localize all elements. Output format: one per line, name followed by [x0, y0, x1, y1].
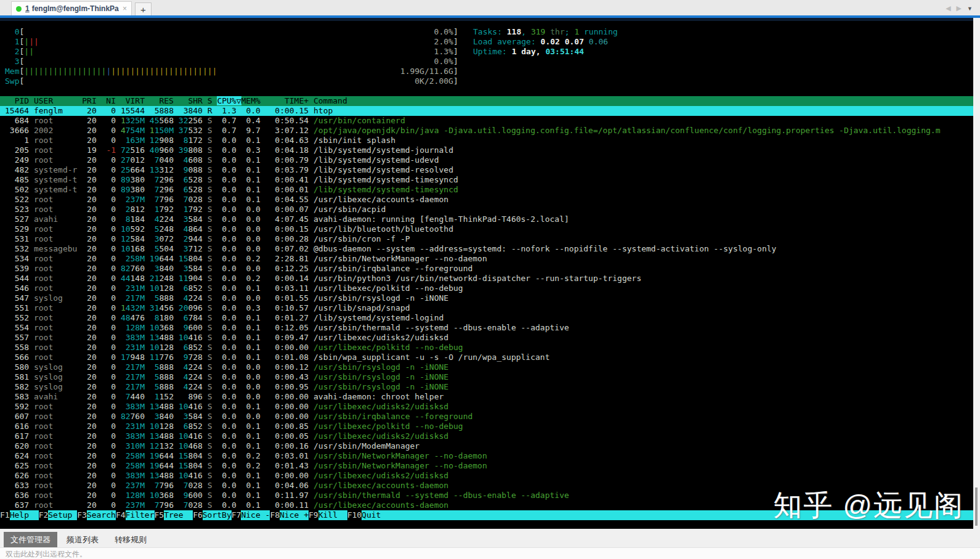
process-row[interactable]: 580 syslog 20 0 217M 5888 4224 S 0.0 0.0… [0, 362, 973, 372]
swp-meter: Swp[ 0K/2.00G] [0, 76, 973, 86]
bottom-tab-item[interactable]: 频道列表 [60, 532, 105, 547]
process-row[interactable]: 637 root 20 0 237M 7796 7028 S 0.0 0.1 0… [0, 500, 973, 510]
process-row[interactable]: 527 avahi 20 0 8184 4224 3584 S 0.0 0.0 … [0, 214, 973, 224]
fkey-f9-kill[interactable]: F9Kill [309, 510, 347, 520]
process-row[interactable]: 546 root 20 0 231M 10128 6852 S 0.0 0.1 … [0, 284, 973, 293]
fkey-f4-filter[interactable]: F4Filter [116, 510, 155, 520]
tab-list-dropdown-icon[interactable]: ▼ [967, 6, 973, 12]
status-bar[interactable]: 双击此处列出远程文件。 [0, 548, 980, 559]
function-key-bar: F1Help F2Setup F3SearchF4FilterF5Tree F6… [0, 510, 973, 520]
fkey-f7-nice-[interactable]: F7Nice - [232, 510, 270, 520]
tab-title-text: fenglm@fenglm-ThinkPad... [32, 4, 119, 13]
process-row[interactable]: 626 root 20 0 383M 13488 10416 S 0.0 0.1… [0, 471, 973, 481]
bottom-tab-item[interactable]: 转移规则 [108, 532, 153, 547]
app-window: { "window": { "tab_index": "1", "tab_tit… [0, 0, 980, 559]
fkey-f2-setup[interactable]: F2Setup [39, 510, 78, 520]
load-average: Load average: 0.02 0.07 0.06 [473, 37, 618, 47]
spacer-line [0, 86, 973, 96]
process-row[interactable]: 523 root 20 0 2812 1792 1792 S 0.0 0.0 0… [0, 205, 973, 214]
process-row[interactable]: 539 root 20 0 82760 3840 3584 S 0.0 0.0 … [0, 264, 973, 274]
process-row[interactable]: 502 systemd-t 20 0 89380 7296 6528 S 0.0… [0, 185, 973, 195]
process-row[interactable]: 547 syslog 20 0 217M 5888 4224 S 0.0 0.0… [0, 293, 973, 303]
tab-scroll-right-icon[interactable]: ▶ [957, 4, 962, 12]
process-row[interactable]: 522 root 20 0 237M 7796 7028 S 0.0 0.1 0… [0, 195, 973, 205]
process-row[interactable]: 552 root 20 0 48476 8180 6784 S 0.0 0.1 … [0, 313, 973, 323]
fkey-f10-quit[interactable]: F10Quit [347, 510, 391, 520]
process-row[interactable]: 485 systemd-t 20 0 89380 7296 6528 S 0.0… [0, 175, 973, 185]
process-row[interactable]: 554 root 20 0 128M 10368 9600 S 0.0 0.1 … [0, 323, 973, 333]
process-row[interactable]: 592 root 20 0 383M 13488 10416 S 0.0 0.1… [0, 402, 973, 412]
process-row[interactable]: 3666 2002 20 0 4754M 1150M 37532 S 0.7 9… [0, 126, 973, 136]
tab-title: 1fenglm@fenglm-ThinkPad... [25, 4, 119, 13]
sort-column-cpu[interactable]: CPU%▽ [217, 96, 241, 105]
process-row[interactable]: 616 root 20 0 231M 10128 6852 S 0.0 0.1 … [0, 422, 973, 431]
process-row[interactable]: 558 root 20 0 231M 10128 6852 S 0.0 0.1 … [0, 343, 973, 353]
terminal-screen[interactable]: Tasks: 118, 319 thr; 1 runningLoad avera… [0, 18, 973, 529]
bottom-panel: 文件管理器频道列表转移规则 双击此处列出远程文件。 [0, 529, 980, 559]
process-row[interactable]: 531 root 20 0 12584 3072 2944 S 0.0 0.0 … [0, 234, 973, 244]
process-row[interactable]: 620 root 20 0 310M 12132 10468 S 0.0 0.1… [0, 441, 973, 451]
process-row[interactable]: 534 root 20 0 258M 19644 15804 S 0.0 0.2… [0, 254, 973, 264]
cpu-meter-3: 3[ 0.0%] [0, 57, 973, 67]
process-row[interactable]: 544 root 20 0 44148 21248 11904 S 0.0 0.… [0, 274, 973, 284]
process-table-header: PID USER PRI NI VIRT RES SHR S CPU%▽MEM%… [0, 96, 973, 106]
terminal-tab[interactable]: 1fenglm@fenglm-ThinkPad... × [11, 1, 132, 15]
fkey-f8-nice+[interactable]: F8Nice + [270, 510, 309, 520]
process-row[interactable]: 249 root 20 0 27012 7040 4608 S 0.0 0.1 … [0, 155, 973, 165]
tab-close-icon[interactable]: × [123, 4, 127, 13]
process-row[interactable]: 617 root 20 0 383M 13488 10416 S 0.0 0.1… [0, 431, 973, 441]
fkey-f3-search[interactable]: F3Search [77, 510, 116, 520]
tab-bar: 1fenglm@fenglm-ThinkPad... × + ◀ ▶ ▼ [0, 0, 980, 15]
bottom-tab-selected[interactable]: 文件管理器 [4, 532, 57, 547]
bottom-tab-bar: 文件管理器频道列表转移规则 [0, 529, 980, 548]
process-row[interactable]: 1 root 20 0 163M 12908 8172 S 0.0 0.1 0:… [0, 136, 973, 145]
function-bar-fill [391, 510, 973, 520]
process-row[interactable]: 583 avahi 20 0 7440 1152 896 S 0.0 0.0 0… [0, 392, 973, 402]
process-row[interactable]: 482 systemd-r 20 0 25664 13312 9088 S 0.… [0, 165, 973, 175]
terminal-scrollbar[interactable] [973, 18, 980, 529]
scrollbar-thumb[interactable] [975, 488, 978, 526]
process-row[interactable]: 636 root 20 0 128M 10368 9600 S 0.0 0.1 … [0, 491, 973, 500]
process-row[interactable]: 625 root 20 0 258M 19644 15804 S 0.0 0.2… [0, 461, 973, 471]
terminal-top-edge [0, 18, 973, 21]
tab-scroll-left-icon[interactable]: ◀ [946, 4, 950, 12]
fkey-f1-help[interactable]: F1Help [0, 510, 39, 520]
process-row[interactable]: 624 root 20 0 258M 19644 15804 S 0.0 0.2… [0, 451, 973, 461]
htop-summary-panel: Tasks: 118, 319 thr; 1 runningLoad avera… [473, 27, 618, 57]
connection-status-dot [16, 6, 22, 12]
process-row[interactable]: 551 root 20 0 1432M 31456 20096 S 0.0 0.… [0, 303, 973, 313]
process-row[interactable]: 607 root 20 0 82760 3840 3584 S 0.0 0.0 … [0, 412, 973, 422]
process-row[interactable]: 557 root 20 0 383M 13488 10416 S 0.0 0.1… [0, 333, 973, 343]
tasks-summary: Tasks: 118, 319 thr; 1 running [473, 27, 618, 37]
fkey-f6-sortby[interactable]: F6SortBy [193, 510, 232, 520]
new-tab-button[interactable]: + [135, 2, 152, 15]
process-row[interactable]: 684 root 20 0 1325M 45568 32256 S 0.7 0.… [0, 116, 973, 126]
mem-meter: Mem[||||||||||||||||||||||||||||||||||||… [0, 67, 973, 76]
process-row[interactable]: 582 syslog 20 0 217M 5888 4224 S 0.0 0.0… [0, 382, 973, 392]
tab-nav-controls: ◀ ▶ ▼ [946, 4, 980, 15]
uptime: Uptime: 1 day, 03:51:44 [473, 47, 618, 57]
process-row[interactable]: 15464 fenglm 20 0 15544 5888 3840 R 1.3 … [0, 106, 973, 116]
tab-index: 1 [25, 4, 30, 13]
process-row[interactable]: 581 syslog 20 0 217M 5888 4224 S 0.0 0.0… [0, 372, 973, 382]
process-row[interactable]: 633 root 20 0 237M 7796 7028 S 0.0 0.1 0… [0, 481, 973, 491]
process-row[interactable]: 529 root 20 0 10592 5248 4864 S 0.0 0.0 … [0, 224, 973, 234]
process-row[interactable]: 566 root 20 0 17948 11776 9728 S 0.0 0.1… [0, 353, 973, 362]
process-row[interactable]: 205 root 19 -1 72516 40960 39808 S 0.0 0… [0, 145, 973, 155]
fkey-f5-tree[interactable]: F5Tree [155, 510, 193, 520]
process-row[interactable]: 532 messagebu 20 0 10168 5504 3712 S 0.0… [0, 244, 973, 254]
